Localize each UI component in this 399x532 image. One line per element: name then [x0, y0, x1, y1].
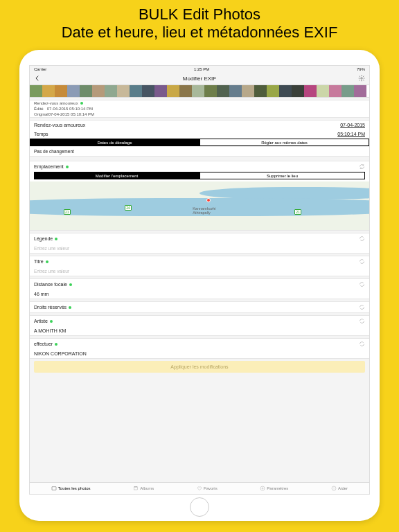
thumbnail[interactable] — [80, 85, 92, 98]
date-edit-section: Rendez-vous amoureux 07-04-2015 Temps 05… — [30, 120, 369, 147]
svg-point-5 — [260, 486, 265, 490]
status-dot-icon — [66, 166, 69, 168]
date-mode-segment[interactable]: Dates de décalage Régler aux mêmes dates — [30, 139, 369, 146]
thumbnail[interactable] — [117, 85, 130, 98]
location-mode-segment[interactable]: Modifier l'emplacement Supprimer le lieu — [34, 172, 365, 179]
status-dot-icon — [80, 102, 83, 105]
seg-edit-location[interactable]: Modifier l'emplacement — [34, 172, 200, 179]
clock: 1:25 PM — [194, 67, 209, 71]
promo-header: BULK Edit Photos Date et heure, lieu et … — [0, 0, 399, 46]
date-summary-section: Rendez-vous amoureux Édité 07-04-2015 05… — [30, 100, 369, 118]
map-view[interactable]: 21 24 21 KannamkuzhiAthirapally — [30, 181, 369, 230]
thumbnail[interactable] — [279, 85, 292, 98]
thumbnail[interactable] — [217, 85, 229, 98]
legende-input[interactable]: Entrez une valeur — [30, 244, 369, 253]
tab-all-photos[interactable]: Toutes les photos — [51, 486, 91, 491]
titre-input[interactable]: Entrez une valeur — [30, 267, 369, 276]
thumbnail[interactable] — [55, 85, 67, 98]
ipad-frame: Carrier 1:25 PM 79% Modifier EXIF Rendez… — [19, 50, 380, 521]
route-shield: 24 — [125, 205, 132, 211]
thumbnail[interactable] — [342, 85, 354, 98]
thumbnail[interactable] — [304, 85, 317, 98]
thumbnail[interactable] — [142, 85, 154, 98]
titre-field: Titre Entrez une valeur — [30, 256, 369, 276]
thumbnail[interactable] — [167, 85, 179, 98]
thumbnail[interactable] — [254, 85, 267, 98]
date-row[interactable]: Rendez-vous amoureux 07-04-2015 — [30, 121, 369, 130]
effectuer-field: effectuer NIKON CORPORATION — [30, 338, 369, 359]
svg-rect-2 — [134, 487, 138, 490]
time-value[interactable]: 05:10:14 PM — [337, 132, 365, 136]
droits-field: Droits réservés — [30, 301, 369, 313]
route-shield: 21 — [64, 209, 71, 215]
seg-delete-location[interactable]: Supprimer le lieu — [200, 172, 365, 179]
back-button[interactable] — [34, 75, 41, 82]
thumbnail[interactable] — [229, 85, 242, 98]
artiste-field: Artiste A MOHITH KM — [30, 315, 369, 336]
no-change-label: Pas de changement — [30, 147, 369, 157]
status-dot-icon — [55, 238, 57, 240]
seg-offset-dates[interactable]: Dates de décalage — [30, 139, 200, 146]
page-title: Modifier EXIF — [183, 76, 216, 82]
thumbnail[interactable] — [130, 85, 142, 98]
refresh-icon[interactable] — [359, 236, 365, 242]
thumbnail[interactable] — [204, 85, 217, 98]
thumbnail[interactable] — [192, 85, 204, 98]
settings-button[interactable] — [358, 75, 365, 82]
thumbnail[interactable] — [92, 85, 105, 98]
refresh-icon[interactable] — [359, 318, 365, 324]
focal-field: Distance focale 46 mm — [30, 278, 369, 299]
thumbnail[interactable] — [329, 85, 342, 98]
refresh-icon[interactable] — [359, 304, 365, 310]
date-header-row: Rendez-vous amoureux — [30, 100, 369, 106]
tab-albums[interactable]: Albums — [133, 486, 154, 491]
status-bar: Carrier 1:25 PM 79% — [30, 66, 369, 73]
tab-favorites[interactable]: Favoris — [197, 486, 218, 491]
refresh-icon[interactable] — [359, 341, 365, 347]
time-row[interactable]: Temps 05:10:14 PM — [30, 130, 369, 139]
thumbnail[interactable] — [292, 85, 304, 98]
nav-bar: Modifier EXIF — [30, 73, 369, 85]
route-shield: 21 — [294, 209, 301, 215]
location-section: Emplacement Modifier l'emplacement Suppr… — [30, 161, 369, 231]
location-header: Emplacement — [30, 161, 369, 172]
legende-field: Légende Entrez une valeur — [30, 233, 369, 254]
apply-button[interactable]: Appliquer les modifications — [34, 361, 365, 373]
svg-rect-1 — [52, 487, 56, 490]
tab-settings[interactable]: Paramètres — [260, 486, 288, 491]
thumbnail[interactable] — [179, 85, 192, 98]
refresh-icon[interactable] — [359, 281, 365, 287]
promo-subtitle: Date et heure, lieu et métadonnées EXIF — [0, 24, 399, 42]
thumbnail[interactable] — [42, 85, 55, 98]
refresh-icon[interactable] — [359, 163, 365, 170]
svg-point-4 — [262, 488, 263, 489]
thumbnail-strip[interactable] — [30, 85, 369, 98]
thumbnail[interactable] — [154, 85, 167, 98]
thumbnail[interactable] — [317, 85, 329, 98]
screen: Carrier 1:25 PM 79% Modifier EXIF Rendez… — [29, 65, 370, 495]
svg-point-0 — [361, 78, 363, 80]
date-value[interactable]: 07-04-2015 — [340, 123, 365, 127]
carrier: Carrier — [34, 67, 46, 71]
focal-value[interactable]: 46 mm — [30, 290, 369, 299]
thumbnail[interactable] — [30, 85, 42, 98]
seg-same-dates[interactable]: Régler aux mêmes dates — [200, 139, 369, 146]
effectuer-value[interactable]: NIKON CORPORATION — [30, 349, 369, 358]
status-dot-icon — [69, 306, 71, 309]
thumbnail[interactable] — [242, 85, 254, 98]
home-button[interactable] — [190, 497, 209, 517]
promo-title: BULK Edit Photos — [0, 6, 399, 24]
map-pin-icon[interactable] — [206, 198, 211, 202]
tab-help[interactable]: Aider — [331, 486, 348, 491]
battery: 79% — [357, 67, 365, 71]
thumbnail[interactable] — [354, 85, 366, 98]
artiste-value[interactable]: A MOHITH KM — [30, 326, 369, 335]
refresh-icon[interactable] — [359, 258, 365, 265]
status-dot-icon — [69, 283, 72, 286]
status-dot-icon — [50, 320, 53, 323]
status-dot-icon — [46, 260, 48, 263]
thumbnail[interactable] — [67, 85, 80, 98]
thumbnail[interactable] — [267, 85, 279, 98]
thumbnail[interactable] — [105, 85, 117, 98]
svg-rect-3 — [134, 486, 137, 487]
